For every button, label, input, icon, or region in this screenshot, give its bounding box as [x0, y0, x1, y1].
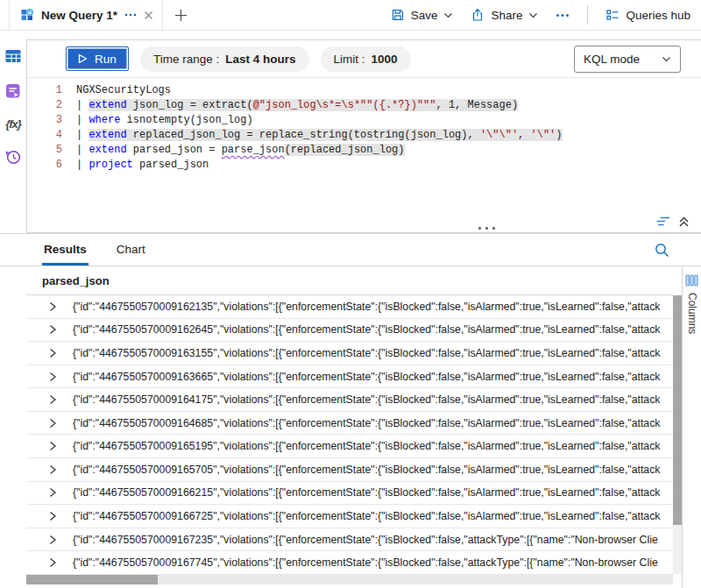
expand-row-icon[interactable]: [48, 301, 57, 312]
row-json-text: {"id":"4467550570009165705","violations"…: [73, 464, 673, 476]
row-json-text: {"id":"4467550570009167745","violations"…: [73, 556, 673, 569]
column-header-parsed-json[interactable]: parsed_json: [26, 266, 673, 295]
row-json-text: {"id":"4467550570009165195","violations"…: [73, 440, 673, 452]
top-actions: Save Share: [391, 5, 701, 25]
code-line[interactable]: 1NGXSecurityLogs: [27, 83, 701, 98]
code-line[interactable]: 2| extend json_log = extract(@"json_log\…: [27, 98, 701, 113]
queries-hub-icon: [605, 8, 620, 22]
columns-panel-label: Columns: [686, 293, 698, 334]
code-line[interactable]: 5| extend parsed_json = parse_json(repla…: [27, 143, 701, 158]
tab-close-icon[interactable]: [144, 11, 153, 20]
limit-label: Limit :: [334, 53, 365, 66]
results-grid: parsed_json {"id":"4467550570009162135",…: [26, 266, 673, 588]
vertical-scrollbar[interactable]: [673, 295, 682, 574]
format-query-icon[interactable]: [655, 215, 670, 228]
adx-app-icon: [20, 8, 34, 22]
row-json-text: {"id":"4467550570009166725","violations"…: [73, 510, 673, 522]
tab-chart[interactable]: Chart: [115, 243, 147, 266]
expand-row-icon[interactable]: [48, 464, 57, 475]
row-json-text: {"id":"4467550570009163665","violations"…: [73, 371, 673, 383]
sidebar-item-data-table-icon[interactable]: [4, 47, 22, 65]
chevron-down-icon: [443, 12, 453, 18]
table-row[interactable]: {"id":"4467550570009163155","violations"…: [26, 342, 673, 365]
row-json-text: {"id":"4467550570009162135","violations"…: [73, 301, 673, 313]
horizontal-scrollbar-thumb[interactable]: [26, 575, 158, 584]
sidebar-item-function-icon[interactable]: {fx}: [5, 117, 21, 131]
tab-new-query[interactable]: New Query 1*: [9, 0, 163, 30]
results-tab-strip: Results Chart: [0, 234, 701, 266]
search-icon[interactable]: [655, 243, 669, 258]
tab-bar: New Query 1* Save: [0, 0, 701, 31]
expand-row-icon[interactable]: [48, 324, 57, 335]
tab-title: New Query 1*: [41, 9, 117, 22]
code-line[interactable]: 6| project parsed_json: [27, 158, 701, 173]
code-text: NGXSecurityLogs: [62, 83, 171, 98]
expand-row-icon[interactable]: [48, 535, 57, 545]
save-button[interactable]: Save: [391, 8, 454, 22]
chevron-down-icon: [528, 12, 538, 18]
sidebar-item-saved-scripts-icon[interactable]: [4, 82, 22, 100]
queries-hub-button[interactable]: Queries hub: [605, 8, 690, 22]
code-text: | project parsed_json: [62, 158, 209, 173]
table-row[interactable]: {"id":"4467550570009167235","violations"…: [26, 528, 673, 552]
time-range-value: Last 4 hours: [225, 53, 295, 66]
table-row[interactable]: {"id":"4467550570009165195","violations"…: [26, 435, 673, 458]
columns-side-panel[interactable]: Columns: [682, 266, 701, 588]
code-editor[interactable]: 1NGXSecurityLogs2| extend json_log = ext…: [27, 78, 701, 173]
tab-results[interactable]: Results: [42, 243, 89, 266]
vertical-scrollbar-thumb[interactable]: [673, 295, 682, 525]
expand-row-icon[interactable]: [48, 372, 57, 382]
save-icon: [391, 8, 405, 22]
results-panel: Results Chart parsed_json {"id":"4467550…: [0, 233, 701, 588]
collapse-panel-icon[interactable]: [677, 216, 690, 228]
row-json-text: {"id":"4467550570009167235","violations"…: [73, 534, 673, 546]
panel-splitter-handle[interactable]: [478, 227, 495, 230]
expand-row-icon[interactable]: [48, 441, 57, 451]
expand-row-icon[interactable]: [48, 348, 57, 358]
line-number: 4: [27, 128, 62, 143]
left-sidebar: {fx}: [0, 35, 26, 166]
query-mode-select[interactable]: KQL mode: [574, 46, 681, 73]
table-row[interactable]: {"id":"4467550570009162135","violations"…: [26, 295, 673, 319]
row-json-text: {"id":"4467550570009166215","violations"…: [73, 486, 673, 499]
grid-rows: {"id":"4467550570009162135","violations"…: [26, 295, 673, 575]
expand-row-icon[interactable]: [48, 557, 57, 568]
expand-row-icon[interactable]: [48, 487, 57, 498]
share-button[interactable]: Share: [471, 8, 538, 22]
time-range-picker[interactable]: Time range : Last 4 hours: [140, 46, 309, 72]
horizontal-scrollbar[interactable]: [26, 575, 673, 584]
code-line[interactable]: 3| where isnotempty(json_log): [27, 113, 701, 128]
more-options-button[interactable]: [556, 13, 570, 18]
code-text: | where isnotempty(json_log): [62, 113, 253, 128]
share-icon: [471, 8, 485, 22]
table-row[interactable]: {"id":"4467550570009162645","violations"…: [26, 319, 673, 343]
table-row[interactable]: {"id":"4467550570009165705","violations"…: [26, 458, 673, 482]
run-button[interactable]: Run: [66, 46, 129, 71]
sidebar-item-history-icon[interactable]: [4, 148, 22, 166]
expand-row-icon[interactable]: [48, 394, 57, 405]
expand-row-icon[interactable]: [48, 511, 57, 521]
table-row[interactable]: {"id":"4467550570009164685","violations"…: [26, 412, 673, 436]
columns-icon[interactable]: [685, 274, 698, 287]
results-grid-area: parsed_json {"id":"4467550570009162135",…: [26, 266, 701, 588]
row-json-text: {"id":"4467550570009162645","violations"…: [73, 323, 673, 336]
code-text: | extend parsed_json = parse_json(replac…: [62, 143, 405, 158]
play-icon: [78, 53, 88, 64]
row-json-text: {"id":"4467550570009164175","violations"…: [73, 393, 673, 406]
tab-more-icon[interactable]: [124, 13, 137, 17]
new-tab-button[interactable]: [174, 9, 188, 22]
chevron-down-icon: [662, 56, 671, 62]
line-number: 2: [27, 98, 62, 113]
table-row[interactable]: {"id":"4467550570009167745","violations"…: [26, 551, 673, 575]
table-row[interactable]: {"id":"4467550570009163665","violations"…: [26, 365, 673, 389]
expand-row-icon[interactable]: [48, 418, 57, 429]
table-row[interactable]: {"id":"4467550570009166725","violations"…: [26, 505, 673, 528]
query-mode-value: KQL mode: [584, 53, 640, 66]
table-row[interactable]: {"id":"4467550570009164175","violations"…: [26, 388, 673, 412]
table-row[interactable]: {"id":"4467550570009166215","violations"…: [26, 482, 673, 506]
code-line[interactable]: 4| extend replaced_json_log = replace_st…: [27, 128, 701, 143]
line-number: 6: [27, 158, 62, 173]
toolbar-divider: [587, 5, 588, 25]
line-number: 5: [27, 143, 62, 158]
limit-picker[interactable]: Limit : 1000: [321, 46, 411, 72]
